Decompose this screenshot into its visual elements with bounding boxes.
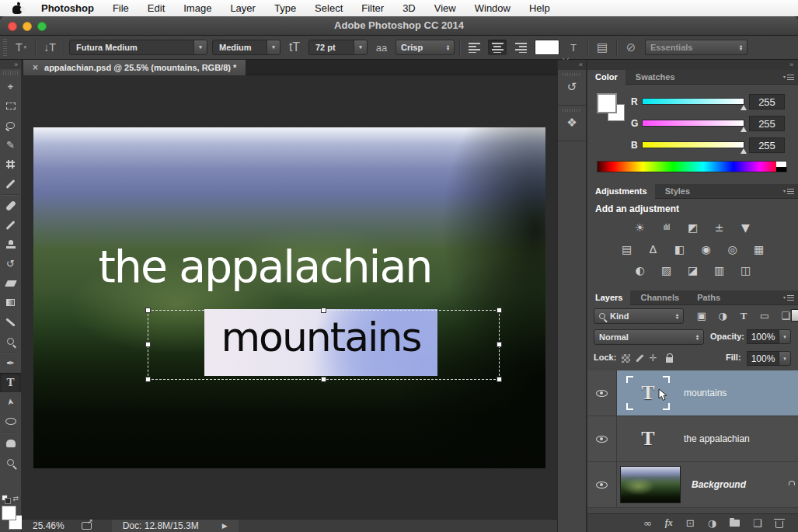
layer-row-mountains[interactable]: T mountains <box>587 370 798 416</box>
photo-filter-icon[interactable]: ◉ <box>697 242 716 256</box>
marquee-tool[interactable] <box>0 96 21 116</box>
canvas-image[interactable]: the appalachian mountains <box>33 127 545 468</box>
menu-select[interactable]: Select <box>315 2 343 14</box>
canvas-pasteboard[interactable]: the appalachian mountains <box>22 76 557 519</box>
menu-file[interactable]: File <box>113 2 129 14</box>
pen-tool[interactable]: ✒ <box>0 353 21 373</box>
font-style-dropdown[interactable]: Medium ▾ <box>212 40 281 55</box>
clone-stamp-tool[interactable] <box>0 235 21 254</box>
add-layer-mask-icon[interactable]: ⊡ <box>686 517 695 529</box>
foreground-color-swatch[interactable] <box>597 93 617 113</box>
lock-position-icon[interactable]: ✛ <box>650 353 657 363</box>
text-color-swatch[interactable] <box>535 40 559 55</box>
anti-alias-dropdown[interactable]: Crisp ▴▾ <box>396 40 455 55</box>
menu-filter[interactable]: Filter <box>361 2 384 14</box>
foreground-background-swatches[interactable] <box>2 506 22 530</box>
new-layer-icon[interactable]: ❑ <box>753 517 762 529</box>
layer-name[interactable]: Background <box>692 479 746 490</box>
menu-type[interactable]: Type <box>274 2 296 14</box>
document-size-info[interactable]: Doc: 12.8M/15.3M ▶ <box>112 520 239 532</box>
fill-dropdown-arrow[interactable]: ▾ <box>779 351 791 366</box>
warp-text-button[interactable]: T <box>564 39 583 56</box>
visibility-toggle[interactable] <box>587 370 617 416</box>
dodge-tool[interactable] <box>0 332 21 351</box>
history-panel-button[interactable]: ↺ <box>558 70 586 106</box>
tab-adjustments[interactable]: Adjustments <box>587 184 655 199</box>
layer-row-the-appalachian[interactable]: T the appalachian <box>587 416 798 462</box>
layer-filter-dropdown[interactable]: Kind ▴▾ <box>594 308 684 324</box>
selective-color-icon[interactable]: ◫ <box>737 263 755 277</box>
new-adjustment-layer-icon[interactable]: ◑ <box>708 517 716 529</box>
status-menu-arrow-icon[interactable]: ▶ <box>222 522 228 530</box>
filter-pixel-layers-icon[interactable]: ▣ <box>695 308 709 323</box>
selection-bounding-box[interactable] <box>148 310 500 380</box>
history-brush-tool[interactable]: ↺ <box>0 254 21 273</box>
eyedropper-tool[interactable] <box>0 174 21 193</box>
menu-view[interactable]: View <box>434 2 456 14</box>
opacity-dropdown-arrow[interactable]: ▾ <box>779 329 791 344</box>
align-right-button[interactable] <box>511 40 530 55</box>
quick-selection-tool[interactable]: ✎ <box>0 135 21 155</box>
selection-handle[interactable] <box>145 377 151 382</box>
green-value-field[interactable]: 255 <box>749 116 785 131</box>
lock-transparency-icon[interactable] <box>622 354 630 363</box>
tab-layers[interactable]: Layers <box>587 290 630 305</box>
panel-menu-icon[interactable]: ▾ <box>783 294 794 301</box>
slider-handle[interactable] <box>741 148 747 154</box>
tab-paths[interactable]: Paths <box>689 290 728 305</box>
color-spectrum-ramp[interactable] <box>597 161 787 172</box>
dock-collapse-icon[interactable]: « <box>558 60 586 70</box>
tab-channels[interactable]: Channels <box>633 290 688 305</box>
red-value-field[interactable]: 255 <box>749 94 785 110</box>
visibility-toggle[interactable] <box>587 416 617 461</box>
canvas-text-line1[interactable]: the appalachian <box>78 241 452 292</box>
zoom-level-field[interactable]: 25.46% <box>33 520 64 531</box>
tab-swatches[interactable]: Swatches <box>628 70 683 85</box>
black-white-icon[interactable]: ◧ <box>671 242 689 256</box>
menu-help[interactable]: Help <box>529 2 550 14</box>
gradient-tool[interactable] <box>0 293 21 312</box>
swap-colors-icon[interactable]: ⇄ <box>12 495 19 502</box>
vibrance-icon[interactable]: ▼ <box>737 220 755 235</box>
apple-icon[interactable] <box>12 2 23 14</box>
tab-styles[interactable]: Styles <box>657 184 698 199</box>
tab-color[interactable]: Color <box>587 70 626 85</box>
blue-slider[interactable] <box>642 141 744 148</box>
dock-expand-icon[interactable]: » <box>587 60 798 70</box>
brightness-contrast-icon[interactable]: ☀ <box>631 220 650 235</box>
text-orientation-button[interactable]: ↓T <box>40 39 59 56</box>
foreground-color-swatch[interactable] <box>2 506 16 520</box>
threshold-icon[interactable]: ◪ <box>684 263 702 277</box>
invert-icon[interactable]: ◐ <box>631 263 650 277</box>
selection-handle[interactable] <box>145 342 151 347</box>
zoom-tool[interactable] <box>0 453 21 472</box>
menu-edit[interactable]: Edit <box>148 2 165 14</box>
brush-tool[interactable] <box>0 215 21 235</box>
link-layers-icon[interactable]: ∞ <box>643 517 652 529</box>
hue-saturation-icon[interactable]: ▤ <box>618 242 636 256</box>
hand-tool[interactable] <box>0 433 21 453</box>
delete-layer-icon[interactable] <box>775 519 783 528</box>
opacity-value-field[interactable]: 100% <box>747 329 779 344</box>
panel-menu-icon[interactable]: ▾ <box>783 188 794 195</box>
red-slider[interactable] <box>642 98 744 105</box>
curves-icon[interactable]: ◩ <box>684 220 702 235</box>
lock-all-icon[interactable] <box>666 357 673 363</box>
selection-handle[interactable] <box>321 308 326 313</box>
layer-name[interactable]: the appalachian <box>684 433 750 444</box>
crop-tool[interactable] <box>0 155 21 174</box>
selection-handle[interactable] <box>497 342 502 347</box>
ellipse-tool[interactable] <box>0 412 21 431</box>
dropdown-arrow-icon[interactable]: ▾ <box>267 40 280 54</box>
eraser-tool[interactable] <box>0 273 21 293</box>
layer-thumbnail[interactable]: T <box>626 422 670 456</box>
font-family-dropdown[interactable]: Futura Medium ▾ <box>69 40 207 55</box>
lock-pixels-icon[interactable] <box>636 354 643 362</box>
filter-shape-layers-icon[interactable]: ▭ <box>758 308 772 323</box>
tool-preset-button[interactable]: T▾ <box>12 39 30 56</box>
move-tool[interactable]: ⌖ <box>0 77 21 96</box>
levels-icon[interactable]: ılıl <box>657 220 676 235</box>
layer-thumbnail[interactable] <box>620 466 681 503</box>
blend-mode-dropdown[interactable]: Normal ▴▾ <box>594 329 704 345</box>
menu-3d[interactable]: 3D <box>402 2 416 14</box>
